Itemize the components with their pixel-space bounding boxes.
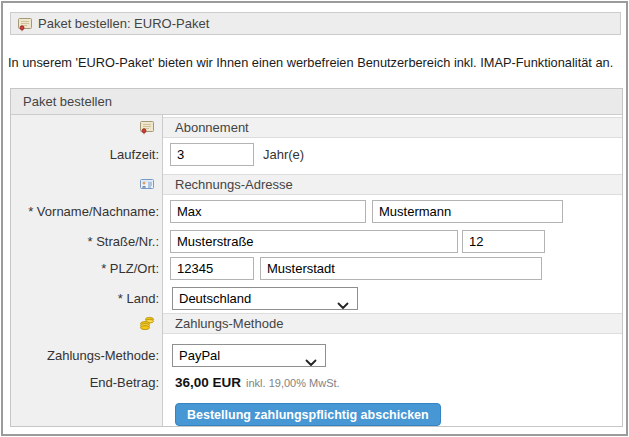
section-title: Rechnungs-Adresse: [175, 177, 293, 192]
firstname-input[interactable]: [170, 200, 366, 223]
order-form-panel: Paket bestellen Abonnement Laufzeit: Ja: [10, 88, 623, 427]
page-title: Paket bestellen: EURO-Paket: [38, 13, 209, 34]
section-title: Zahlungs-Methode: [175, 316, 283, 331]
payment-method-value: PayPal: [179, 348, 220, 363]
laufzeit-input[interactable]: [170, 143, 254, 166]
country-select-value: Deutschland: [179, 291, 251, 306]
land-label: * Land:: [11, 291, 159, 306]
section-title: Abonnement: [175, 120, 249, 135]
chevron-down-icon: [305, 352, 317, 360]
zip-input[interactable]: [170, 257, 254, 280]
tax-note: inkl. 19,00% MwSt.: [246, 377, 340, 389]
strasse-nr-label: * Straße/Nr.:: [11, 234, 159, 249]
vcard-icon: [139, 176, 155, 192]
zahlungs-methode-label: Zahlungs-Methode:: [11, 348, 159, 363]
city-input[interactable]: [260, 257, 542, 280]
country-select[interactable]: Deutschland: [172, 287, 358, 310]
laufzeit-unit: Jahr(e): [263, 147, 304, 162]
intro-text: In unserem 'EURO-Paket' bieten wir Ihnen…: [8, 55, 629, 70]
page-title-bar: Paket bestellen: EURO-Paket: [10, 12, 621, 35]
vorname-nachname-label: * Vorname/Nachname:: [11, 204, 159, 219]
panel-header: Paket bestellen: [11, 89, 622, 115]
lastname-input[interactable]: [372, 200, 563, 223]
end-betrag-label: End-Betrag:: [11, 375, 159, 390]
payment-method-select[interactable]: PayPal: [172, 344, 326, 367]
package-icon: [17, 16, 33, 32]
section-header-zahlungs-methode: Zahlungs-Methode: [163, 313, 622, 334]
submit-button[interactable]: Bestellung zahlungspflichtig abschicken: [175, 403, 441, 426]
street-input[interactable]: [170, 230, 458, 253]
chevron-down-icon: [337, 295, 349, 303]
section-header-abonnement: Abonnement: [163, 117, 622, 138]
order-page: { "titlebar": { "title": "Paket bestelle…: [0, 0, 629, 437]
package-icon: [139, 119, 155, 135]
coins-icon: [139, 315, 155, 331]
housenumber-input[interactable]: [462, 230, 545, 253]
window-frame: Paket bestellen: EURO-Paket In unserem '…: [1, 1, 628, 436]
panel-content: Abonnement Laufzeit: Jahr(e) Rechnungs-A…: [11, 115, 622, 426]
total-row: 36,00 EURinkl. 19,00% MwSt.: [175, 373, 340, 391]
total-amount: 36,00 EUR: [175, 375, 241, 390]
section-header-rechnungs-adresse: Rechnungs-Adresse: [163, 174, 622, 195]
laufzeit-label: Laufzeit:: [11, 147, 159, 162]
plz-ort-label: * PLZ/Ort:: [11, 261, 159, 276]
